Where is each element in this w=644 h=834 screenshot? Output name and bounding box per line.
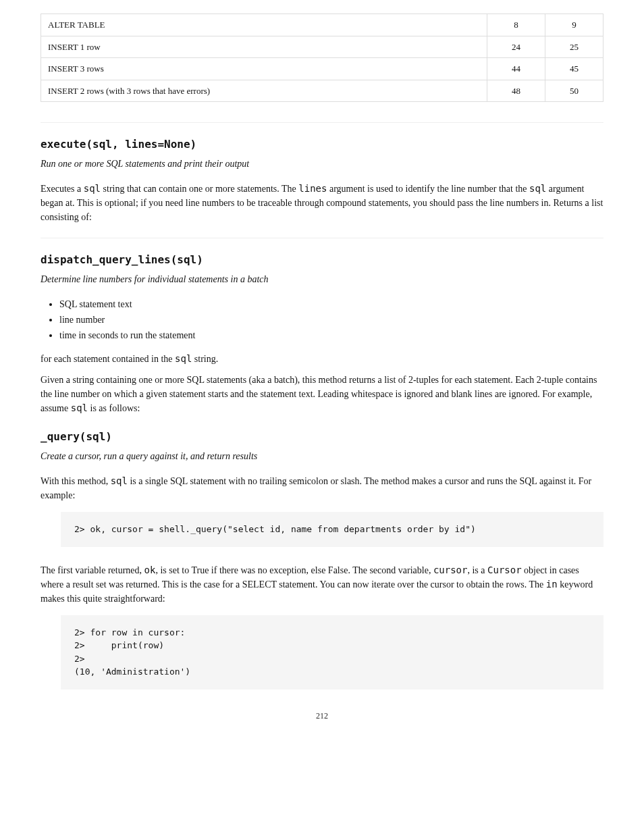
separator [41, 238, 603, 238]
method-paragraph: With this method, sql is a single SQL st… [41, 474, 603, 502]
cell-operation: ALTER TABLE [41, 14, 487, 36]
code-block: 2> for row in cursor: 2> print(row) 2> (… [61, 615, 603, 689]
method-paragraph: Given a string containing one or more SQ… [41, 373, 603, 415]
cell-val1: 44 [487, 58, 545, 80]
code-block: 2> ok, cursor = shell._query("select id,… [61, 512, 603, 547]
table-row: INSERT 3 rows 44 45 [41, 58, 603, 80]
table-row: INSERT 1 row 24 25 [41, 36, 603, 58]
method-heading: dispatch_query_lines(sql) [41, 252, 603, 268]
cell-val2: 25 [545, 36, 603, 58]
inline-code: ok [144, 565, 156, 575]
cell-operation: INSERT 3 rows [41, 58, 487, 80]
list-item: time in seconds to run the statement [59, 328, 603, 342]
method-subtitle: Determine line numbers for individual st… [41, 272, 603, 286]
inline-code: sql [175, 353, 192, 364]
cell-operation: INSERT 2 rows (with 3 rows that have err… [41, 80, 487, 102]
separator [41, 122, 603, 123]
page-number: 212 [41, 710, 603, 722]
list-item: SQL statement text [59, 297, 603, 311]
method-subtitle: Run one or more SQL statements and print… [41, 157, 603, 171]
cell-val2: 45 [545, 58, 603, 80]
inline-code: sql [71, 402, 88, 413]
method-paragraph: for each statement contained in the sql … [41, 352, 603, 366]
cell-val2: 9 [545, 14, 603, 36]
method-paragraph: Executes a sql string that can contain o… [41, 182, 603, 224]
inline-code: lines [298, 183, 327, 194]
list-item: line number [59, 313, 603, 327]
cell-val1: 8 [487, 14, 545, 36]
method-heading: _query(sql) [41, 429, 603, 445]
inline-code: sql [529, 183, 546, 194]
method-paragraph: The first variable returned, ok, is set … [41, 563, 603, 606]
table-row: ALTER TABLE 8 9 [41, 14, 603, 36]
inline-code: Cursor [487, 565, 522, 575]
method-heading: execute(sql, lines=None) [41, 136, 603, 153]
cell-val1: 24 [487, 36, 545, 58]
inline-code: sql [84, 183, 101, 194]
inline-code: cursor [433, 565, 468, 575]
cell-val1: 48 [487, 80, 545, 102]
method-subtitle: Create a cursor, run a query against it,… [41, 449, 603, 463]
inline-code: sql [111, 475, 128, 486]
inline-code: in [546, 579, 558, 590]
summary-table: ALTER TABLE 8 9 INSERT 1 row 24 25 INSER… [41, 14, 603, 102]
cell-val2: 50 [545, 80, 603, 102]
table-row: INSERT 2 rows (with 3 rows that have err… [41, 80, 603, 102]
bullet-list: SQL statement text line number time in s… [41, 297, 603, 342]
cell-operation: INSERT 1 row [41, 36, 487, 58]
